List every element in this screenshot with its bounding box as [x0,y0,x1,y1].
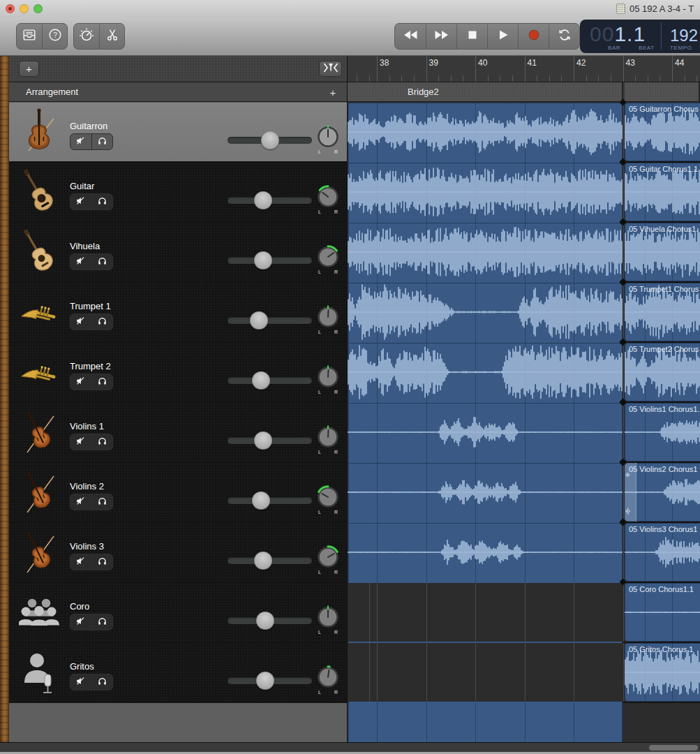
audio-region-chorus[interactable]: 05 Vihuela Chorus1. [625,223,700,281]
add-track-button[interactable]: + [19,61,39,77]
volume-slider-thumb[interactable] [254,431,272,450]
record-button[interactable] [518,24,549,49]
audio-region-chorus[interactable]: 05 Trumpet1 Chorus [625,283,700,341]
mute-button[interactable] [70,254,91,269]
pan-knob[interactable] [315,424,341,450]
trim-handle-icon[interactable]: ‹I› [625,471,630,478]
close-button[interactable] [6,4,15,13]
audio-region-chorus[interactable]: 05 Coro Chorus1.1 [625,583,700,642]
track-header-vihuela[interactable]: VihuelaLR [9,223,347,281]
audio-region-chorus[interactable]: 05 Guitarron Chorus [625,103,700,161]
audio-region-chorus[interactable]: 05 Violins2 Chorus1‹I›‹(› [625,463,700,522]
track-header-guitar[interactable]: GuitarLR [9,163,347,221]
smart-controls-button[interactable] [74,24,99,49]
mute-button[interactable] [70,494,91,510]
solo-button[interactable] [91,314,113,330]
track-filter-button[interactable] [319,61,342,77]
volume-slider-thumb[interactable] [252,491,270,510]
track-header-trumpet-2[interactable]: Trumpet 2LR [9,343,347,401]
pan-knob[interactable] [315,665,341,690]
track-header-violins-1[interactable]: Violins 1LR [9,403,347,461]
editor-button[interactable] [99,24,124,49]
library-button[interactable] [17,24,42,49]
track-header-violins-2[interactable]: Violins 2LR [9,463,347,522]
track-name[interactable]: Guitarron [70,121,107,131]
volume-slider[interactable] [228,437,312,444]
solo-button[interactable] [91,194,113,209]
help-button[interactable]: ? [42,24,67,49]
volume-slider-thumb[interactable] [252,371,270,390]
pan-knob[interactable] [315,124,341,149]
track-name[interactable]: Gritos [70,661,94,672]
horizontal-scrollbar[interactable] [0,742,700,752]
audio-region-chorus[interactable]: 05 Violins1 Chorus1. [625,403,700,461]
solo-button[interactable] [91,134,113,149]
track-header-gritos[interactable]: GritosLR [9,643,347,702]
solo-button[interactable] [91,494,113,510]
volume-slider[interactable] [228,497,312,504]
mute-button[interactable] [70,434,91,450]
arrangement-section[interactable] [625,82,700,101]
mute-button[interactable] [70,134,91,149]
track-header-trumpet-1[interactable]: Trumpet 1LR [9,283,347,341]
mute-button[interactable] [70,194,91,209]
minimize-button[interactable] [20,4,29,13]
mute-button[interactable] [70,374,91,390]
volume-slider-thumb[interactable] [250,311,268,330]
volume-slider[interactable] [228,377,312,384]
track-name[interactable]: Violins 3 [70,541,104,552]
volume-slider-thumb[interactable] [254,251,272,269]
track-name[interactable]: Violins 1 [70,421,104,431]
mute-button[interactable] [70,674,91,690]
track-name[interactable]: Guitar [70,181,94,191]
pan-knob[interactable] [315,364,341,390]
track-header-coro[interactable]: CoroLR [9,583,347,642]
audio-region-chorus[interactable]: 05 Gritos Chorus.1 [625,643,700,702]
arrangement-section[interactable]: Bridge2 [348,82,623,101]
pan-knob[interactable] [315,545,341,570]
mute-button[interactable] [70,614,91,630]
stop-button[interactable] [456,24,487,49]
pan-knob[interactable] [315,605,341,630]
solo-button[interactable] [91,374,113,390]
lcd-display[interactable]: 001.1 BAR BEAT 192 TEMPO [580,20,700,53]
volume-slider-thumb[interactable] [254,552,272,570]
volume-slider[interactable] [228,137,312,144]
pan-knob[interactable] [315,244,341,269]
forward-button[interactable] [426,24,456,49]
solo-button[interactable] [91,614,113,630]
audio-region-chorus[interactable]: 05 Trumpet2 Chorus [625,343,700,401]
volume-slider[interactable] [228,677,312,684]
volume-slider[interactable] [228,197,312,204]
volume-slider-thumb[interactable] [256,672,274,690]
track-name[interactable]: Vihuela [70,241,100,251]
mute-button[interactable] [70,314,91,330]
loop-handle-icon[interactable]: ‹(› [625,508,630,515]
solo-button[interactable] [91,254,113,269]
scrollbar-thumb[interactable] [649,745,698,751]
time-ruler[interactable]: 38394041424344 [348,56,700,82]
volume-slider[interactable] [228,557,312,564]
track-name[interactable]: Trumpet 1 [70,301,111,311]
volume-slider[interactable] [228,317,312,324]
pan-knob[interactable] [315,184,341,209]
rewind-button[interactable] [395,24,426,49]
mute-button[interactable] [70,554,91,570]
cycle-button[interactable] [549,24,579,49]
track-header-violins-3[interactable]: Violins 3LR [9,523,347,582]
region-edit-overlay[interactable]: ‹I›‹(› [625,463,636,522]
pan-knob[interactable] [315,304,341,330]
track-name[interactable]: Trumpet 2 [70,361,111,371]
volume-slider-thumb[interactable] [261,131,279,149]
track-name[interactable]: Violins 2 [70,481,104,491]
volume-slider[interactable] [228,617,312,624]
track-name[interactable]: Coro [70,601,89,612]
solo-button[interactable] [91,434,113,450]
play-button[interactable] [487,24,518,49]
volume-slider[interactable] [228,257,312,264]
pan-knob[interactable] [315,485,341,510]
add-arrangement-marker-button[interactable]: + [326,85,340,99]
audio-region-chorus[interactable]: 05 Guitar Chorus1.1 [625,163,700,221]
zoom-button[interactable] [33,4,43,13]
track-header-guitarron[interactable]: GuitarronLR [9,103,347,161]
